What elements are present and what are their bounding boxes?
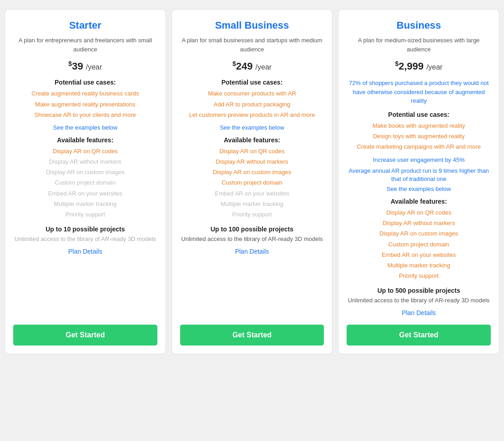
feature-item: Embed AR on your websites [180, 190, 324, 198]
feature-item: Display AR on custom images [13, 168, 157, 176]
get-started-button-starter[interactable]: Get Started [13, 325, 157, 346]
pricing-container: StarterA plan for entrepreneurs and free… [5, 9, 499, 354]
plan-description-business: A plan for medium-sized businesses with … [347, 36, 491, 54]
feature-item: Embed AR on your websites [347, 251, 491, 259]
use-cases-label-starter: Potential use cases: [13, 79, 157, 86]
library-text-small-business: Unlimited access to the library of AR-re… [180, 235, 324, 243]
use-case-item: Create augmented reality business cards [13, 90, 157, 98]
feature-item: Multiple marker tracking [347, 261, 491, 270]
feature-item: Priority support [13, 210, 157, 219]
use-case-item: Design toys with augmented reality [347, 132, 491, 140]
features-label-starter: Available features: [13, 136, 157, 144]
use-case-item: Let customers preview products in AR and… [180, 111, 324, 119]
projects-text-business: Up to 500 possible projects [347, 287, 491, 294]
plan-price-business: $2,999 /year [347, 60, 491, 72]
library-text-business: Unlimited access to the library of AR-re… [347, 296, 491, 305]
projects-text-starter: Up to 10 possible projects [13, 226, 157, 233]
feature-item: Display AR on custom images [180, 168, 324, 176]
plan-card-starter: StarterA plan for entrepreneurs and free… [5, 9, 166, 354]
plan-stat-business: 72% of shoppers purchased a product they… [347, 79, 491, 105]
feature-item: Display AR on custom images [347, 230, 491, 238]
plan-card-business: BusinessA plan for medium-sized business… [338, 9, 499, 354]
use-cases-list-starter: Create augmented reality business cardsM… [13, 90, 157, 121]
features-label-small-business: Available features: [180, 136, 324, 144]
plan-details-link-starter[interactable]: Plan Details [13, 248, 157, 255]
use-case-item: Make consumer products with AR [180, 90, 324, 98]
highlight-text: Increase user engagement by 45% [347, 156, 491, 164]
feature-item: Display AR without markers [180, 158, 324, 166]
features-list-small-business: Display AR on QR codesDisplay AR without… [180, 147, 324, 221]
see-examples-link-starter[interactable]: See the examples below [13, 124, 157, 131]
use-cases-list-business: Make books with augmented realityDesign … [347, 122, 491, 154]
feature-item: Priority support [180, 210, 324, 219]
library-text-starter: Unlimited access to the library of AR-re… [13, 235, 157, 243]
use-case-item: Create marketing campaigns with AR and m… [347, 143, 491, 151]
plan-title-business: Business [347, 20, 491, 31]
use-case-item: Make augmented reality presentations [13, 100, 157, 109]
features-label-business: Available features: [347, 198, 491, 205]
use-cases-label-small-business: Potential use cases: [180, 79, 324, 86]
get-started-button-business[interactable]: Get Started [347, 325, 491, 346]
feature-item: Display AR without markers [347, 219, 491, 227]
see-examples-link-business[interactable]: See the examples below [347, 185, 491, 192]
use-cases-label-business: Potential use cases: [347, 111, 491, 118]
use-case-item: Make books with augmented reality [347, 122, 491, 130]
features-list-business: Display AR on QR codesDisplay AR without… [347, 209, 491, 282]
get-started-button-small-business[interactable]: Get Started [180, 325, 324, 346]
plan-description-starter: A plan for entrepreneurs and freelancers… [13, 36, 157, 54]
feature-item: Display AR on QR codes [347, 209, 491, 217]
features-list-starter: Display AR on QR codesDisplay AR without… [13, 147, 157, 221]
use-cases-list-small-business: Make consumer products with ARAdd AR to … [180, 90, 324, 121]
plan-price-starter: $39 /year [13, 60, 157, 72]
plan-title-starter: Starter [13, 20, 157, 31]
feature-item: Multiple marker tracking [180, 200, 324, 208]
feature-item: Custom project domain [13, 179, 157, 187]
feature-item: Multiple marker tracking [13, 200, 157, 208]
use-case-item: Showcase AR to your clients and more [13, 111, 157, 119]
feature-item: Custom project domain [347, 241, 491, 249]
feature-item: Embed AR on your websites [13, 190, 157, 198]
plan-details-link-small-business[interactable]: Plan Details [180, 248, 324, 255]
plan-price-small-business: $249 /year [180, 60, 324, 72]
feature-item: Display AR without markers [13, 158, 157, 166]
plan-card-small-business: Small BusinessA plan for small businesse… [171, 9, 333, 354]
projects-text-small-business: Up to 100 possible projects [180, 226, 324, 233]
highlight-text: Average annual AR product run is 9 times… [347, 167, 491, 183]
feature-item: Display AR on QR codes [180, 147, 324, 155]
plan-description-small-business: A plan for small businesses and startups… [180, 36, 324, 54]
plan-details-link-business[interactable]: Plan Details [347, 309, 491, 316]
plan-title-small-business: Small Business [180, 20, 324, 31]
see-examples-link-small-business[interactable]: See the examples below [180, 124, 324, 131]
feature-item: Priority support [347, 272, 491, 280]
use-case-item: Add AR to product packaging [180, 100, 324, 109]
feature-item: Custom project domain [180, 179, 324, 187]
feature-item: Display AR on QR codes [13, 147, 157, 155]
